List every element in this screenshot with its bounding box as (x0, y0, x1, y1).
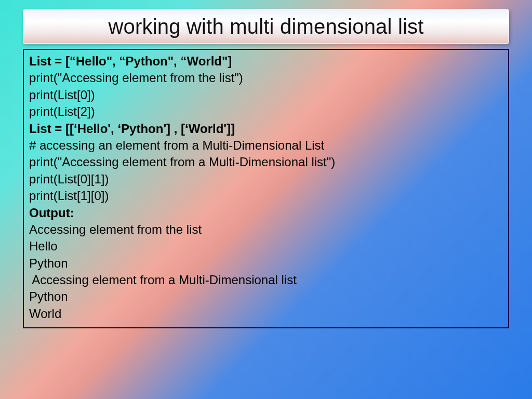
output-line: Python (29, 255, 503, 272)
code-line: List = [“Hello", “Python", “World"] (29, 53, 503, 70)
code-line: # accessing an element from a Multi-Dime… (29, 137, 503, 154)
code-line: print("Accessing element from the list") (29, 70, 503, 86)
code-line: print(List[2]) (29, 103, 503, 120)
code-line: print(List[0]) (29, 87, 503, 103)
code-line: print("Accessing element from a Multi-Di… (29, 154, 503, 170)
code-line: List = [[‘Hello', ‘Python'] , [‘World']] (29, 121, 503, 137)
slide-title: working with multi dimensional list (108, 15, 423, 38)
output-line: Python (29, 288, 503, 305)
output-line: Accessing element from a Multi-Dimension… (29, 272, 503, 288)
output-line: Hello (29, 238, 503, 255)
code-line: print(List[0][1]) (29, 171, 503, 188)
output-line: World (29, 305, 503, 322)
output-label: Output: (29, 205, 503, 221)
code-line: print(List[1][0]) (29, 188, 503, 204)
output-line: Accessing element from the list (29, 221, 503, 238)
slide-title-bar: working with multi dimensional list (23, 9, 509, 44)
code-content-box: List = [“Hello", “Python", “World"] prin… (23, 49, 509, 328)
